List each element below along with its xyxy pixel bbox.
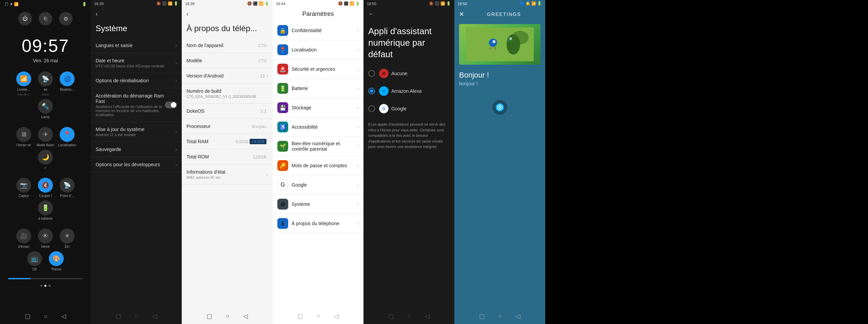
list-item-proc[interactable]: Processeur 8noyau: [182, 119, 273, 134]
radio-label-google: Google: [391, 106, 407, 111]
share-icon[interactable]: ⎗: [39, 12, 52, 25]
nav-home-lock[interactable]: ○: [44, 313, 48, 320]
param-item-batterie[interactable]: 🔋 Batterie ›: [273, 79, 363, 98]
param-item-bienetre[interactable]: 🌱 Bien-être numérique et contrôle parent…: [273, 137, 363, 156]
param-item-localisation[interactable]: 📍 Localisation ›: [273, 40, 363, 60]
nav-recent-about[interactable]: ▢: [206, 312, 212, 320]
param-chevron-motsdepasse: ›: [357, 163, 359, 168]
radio-label-aucune: Aucune: [391, 71, 407, 76]
param-item-stockage[interactable]: 💾 Stockage ›: [273, 98, 363, 117]
toggle-data[interactable]: 📡 es Donn: [36, 71, 55, 96]
nav-back-param[interactable]: ◁: [334, 312, 339, 320]
item-title-dokeos: DokeOS: [186, 108, 260, 114]
nav-recent-lock[interactable]: ▢: [25, 312, 31, 320]
param-label-batterie: Batterie: [292, 86, 357, 91]
brightness-bar[interactable]: [8, 278, 83, 279]
nav-back-lock[interactable]: ◁: [61, 312, 66, 320]
toggle-hotspot[interactable]: 📡 Point d'...: [58, 178, 77, 198]
list-item-rom[interactable]: Total ROM 128GB: [182, 149, 273, 165]
toggle-theme2[interactable]: 🎨 Thème: [47, 251, 66, 271]
nav-bar-about: ▢ ○ ◁: [182, 312, 273, 320]
item-subtitle-imei: IMEI, adresse IP, etc.: [186, 175, 266, 179]
alexa-listening-indicator: [492, 100, 507, 115]
nav-home-about[interactable]: ○: [226, 312, 230, 320]
radio-alexa[interactable]: ○ Amazon Alexa: [363, 82, 454, 100]
back-arrow-system[interactable]: ‹: [96, 10, 98, 18]
radio-google[interactable]: G Google: [363, 100, 454, 117]
item-subtitle-build: C70_EEA_S6062BC_V1.0_20230330V08: [186, 94, 268, 99]
list-item-langues[interactable]: Langues et saisie ›: [91, 38, 182, 53]
power-icon[interactable]: ⏻: [18, 12, 32, 25]
item-content-build: Numéro de build C70_EEA_S6062BC_V1.0_202…: [186, 88, 268, 99]
svg-point-10: [499, 106, 501, 108]
item-value-ram: 6.0GB: [236, 139, 249, 144]
list-item-devopt[interactable]: Options pour les développeurs ›: [91, 157, 182, 172]
alexa-ring-icon: [496, 103, 504, 111]
toggle-dnd[interactable]: 🌙 r: [36, 150, 55, 170]
list-item-ram[interactable]: Accélération du démarrage Ram Fast Améli…: [91, 88, 182, 122]
chevron-reinit: ›: [175, 78, 177, 83]
toggle-ram[interactable]: [165, 102, 177, 108]
close-button[interactable]: ✕: [459, 10, 464, 18]
settings-icon[interactable]: ⚙: [59, 12, 73, 25]
param-item-accessibilite[interactable]: ♿ Accessibilité ›: [273, 117, 363, 137]
list-item-reinit[interactable]: Options de réinitialisation ›: [91, 73, 182, 88]
nav-home-param[interactable]: ○: [317, 312, 320, 320]
list-item-imei[interactable]: Informations d'état IMEI, adresse IP, et…: [182, 165, 273, 185]
list-item-backup[interactable]: Sauvegarde ›: [91, 142, 182, 157]
item-content-ram2: Total RAM: [186, 139, 236, 144]
nav-back-system[interactable]: ◁: [152, 312, 157, 320]
toggle-mute[interactable]: 🔇 Couper l: [36, 178, 55, 198]
toggle-screenrecord[interactable]: 🎥 d'écran: [14, 229, 33, 249]
list-item-date[interactable]: Date et heure UTC+02:00 heure d'été d'Eu…: [91, 53, 182, 73]
alexa-icon: ○: [379, 86, 389, 96]
status-bar-assistant: 18:50 🔕 ⬛ 📶 🔋: [363, 0, 454, 7]
system-list: Langues et saisie › Date et heure UTC+02…: [91, 38, 182, 324]
toggle-cast[interactable]: 📺 Dif: [25, 251, 44, 271]
item-content-rom: Total ROM: [186, 154, 253, 159]
nav-recent-system[interactable]: ▢: [116, 312, 121, 320]
list-item-nom[interactable]: Nom de l'appareil C70: [182, 38, 273, 53]
list-item-build[interactable]: Numéro de build C70_EEA_S6062BC_V1.0_202…: [182, 84, 273, 104]
radio-aucune[interactable]: ✕ Aucune: [363, 65, 454, 82]
toggle-wifi[interactable]: 📶 Livebe... Pas de c.: [14, 71, 33, 96]
nav-home-system[interactable]: ○: [135, 312, 139, 320]
toggle-battery-saver[interactable]: 🔋 e batterie: [36, 200, 55, 220]
svg-point-6: [510, 38, 512, 40]
nav-recent-assistant[interactable]: ▢: [388, 312, 394, 320]
toggle-flashlight[interactable]: 🔦 Lamp: [36, 99, 55, 119]
param-item-systeme[interactable]: ⚙ Système ›: [273, 195, 363, 214]
back-arrow-assistant[interactable]: ←: [368, 10, 374, 18]
about-title: À propos du télép...: [182, 21, 273, 38]
toggle-bluetooth[interactable]: 🔵 Bluetoo...: [58, 71, 77, 96]
stockage-icon: 💾: [277, 102, 288, 113]
list-item-update[interactable]: Mise à jour du système Android 12 a été …: [91, 122, 182, 142]
list-item-dokeos[interactable]: DokeOS 3.1: [182, 104, 273, 119]
toggle-screenshot[interactable]: 📷 Captur: [14, 178, 33, 198]
toggle-theme[interactable]: 👁 hème: [36, 229, 55, 249]
status-bar-about: 18:39 🔕 ⬛ 📶 🔋: [182, 0, 273, 7]
nav-recent-param[interactable]: ▢: [297, 312, 303, 320]
nav-home-greetings[interactable]: ○: [498, 312, 502, 320]
back-arrow-about[interactable]: ‹: [186, 10, 189, 18]
about-panel: 18:39 🔕 ⬛ 📶 🔋 ‹ À propos du télép... Nom…: [182, 0, 273, 324]
toggle-location[interactable]: 📍 Localisation: [58, 127, 77, 147]
nav-back-assistant[interactable]: ◁: [425, 312, 430, 320]
param-chevron-confidentialite: ›: [357, 28, 359, 33]
nav-recent-greetings[interactable]: ▢: [479, 312, 485, 320]
list-item-android[interactable]: Version d'Android 12 ›: [182, 68, 273, 84]
nav-back-greetings[interactable]: ◁: [516, 312, 520, 320]
param-item-google[interactable]: G Google ›: [273, 175, 363, 195]
param-item-securite[interactable]: 🚨 Sécurité et urgences ›: [273, 60, 363, 79]
toggle-brightness[interactable]: ☀ Écl: [58, 229, 77, 249]
toggle-screen[interactable]: 🖥 l'écran ve: [14, 127, 33, 147]
nav-home-assistant[interactable]: ○: [408, 312, 411, 320]
param-item-confidentialite[interactable]: 🔒 Confidentialité ›: [273, 21, 363, 40]
param-item-apropos[interactable]: ℹ À propos du téléphone ›: [273, 214, 363, 233]
list-item-ram[interactable]: Total RAM 6.0GB +4.0GB: [182, 134, 273, 149]
list-item-modele[interactable]: Modèle C70: [182, 53, 273, 68]
toggle-airplane[interactable]: ✈ Mode Avion: [36, 127, 55, 147]
param-item-motsdepasse[interactable]: 🔑 Mots de passe et comptes ›: [273, 156, 363, 175]
param-label-bienetre: Bien-être numérique et contrôle parental: [292, 141, 357, 152]
nav-back-about[interactable]: ◁: [243, 312, 248, 320]
